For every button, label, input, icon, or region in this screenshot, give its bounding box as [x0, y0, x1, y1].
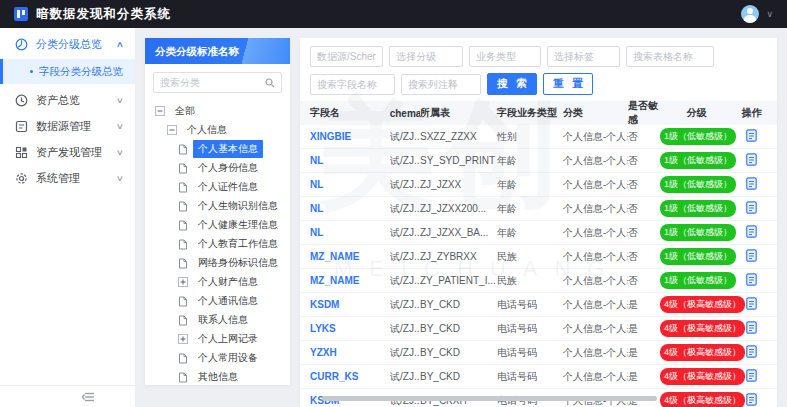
detail-icon[interactable]	[746, 393, 757, 406]
user-menu-chevron-icon[interactable]: ∨	[766, 9, 773, 19]
category-cell: 个人信息-个人基本...	[563, 202, 628, 216]
file-icon[interactable]	[178, 201, 188, 211]
level-badge: 1级（低敏感级）	[660, 272, 736, 289]
tree-node-label: 个人上网记录	[193, 330, 263, 348]
field-name-link[interactable]: NL	[300, 179, 390, 190]
file-icon[interactable]	[178, 144, 188, 154]
file-icon[interactable]	[178, 220, 188, 230]
table-header-row: 字段名Schema所属表字段业务类型分类是否敏感分级操作	[300, 101, 777, 125]
sidebar-item-label: 分类分级总览	[36, 37, 102, 52]
table-row: MZ_NAME试/ZJ...ZJ_ZYBRXX民族个人信息-个人基本...否1级…	[300, 245, 777, 269]
sidebar-item-0[interactable]: 分类分级总览∧	[0, 31, 135, 57]
field-name-link[interactable]: LYKS	[300, 323, 390, 334]
file-icon[interactable]	[178, 353, 188, 363]
level-cell: 1级（低敏感级）	[660, 200, 733, 217]
app-title: 暗数据发现和分类系统	[36, 6, 171, 23]
expand-icon[interactable]	[178, 277, 188, 287]
level-select[interactable]	[389, 46, 463, 67]
detail-icon[interactable]	[746, 345, 757, 358]
file-icon[interactable]	[178, 163, 188, 173]
tree-node-12[interactable]: 个人上网记录	[145, 329, 290, 348]
search-button[interactable]: 搜 索	[487, 73, 537, 95]
tree-node-7[interactable]: 个人教育工作信息	[145, 234, 290, 253]
tree-node-1[interactable]: 个人信息	[145, 120, 290, 139]
sensitive-cell: 否	[628, 226, 660, 240]
file-icon[interactable]	[178, 258, 188, 268]
tree-node-3[interactable]: 个人身份信息	[145, 158, 290, 177]
tree-node-label: 个人通讯信息	[193, 292, 263, 310]
sidebar-item-label: 资产总览	[36, 93, 80, 108]
tree-node-label: 联系人信息	[193, 311, 253, 329]
tree-node-5[interactable]: 个人生物识别信息	[145, 196, 290, 215]
field-name-link[interactable]: NL	[300, 155, 390, 166]
tree-node-10[interactable]: 个人通讯信息	[145, 291, 290, 310]
biz-type-cell: 电话号码	[497, 370, 563, 384]
tree-search-input[interactable]	[160, 77, 265, 88]
file-icon[interactable]	[178, 182, 188, 192]
tree-node-0[interactable]: 全部	[145, 101, 290, 120]
sidebar-subitem-field-overview[interactable]: 字段分类分级总览	[0, 59, 135, 84]
sidebar-item-4[interactable]: 系统管理∨	[0, 165, 135, 191]
detail-icon[interactable]	[746, 249, 757, 262]
field-name-link[interactable]: MZ_NAME	[300, 251, 390, 262]
detail-icon[interactable]	[746, 273, 757, 286]
field-name-link[interactable]: MZ_NAME	[300, 275, 390, 286]
sidebar: 分类分级总览∧字段分类分级总览资产总览∨数据源管理∨资产发现管理∨系统管理∨	[0, 28, 135, 407]
detail-icon[interactable]	[746, 225, 757, 238]
business-type-select[interactable]	[469, 46, 541, 67]
file-icon[interactable]	[178, 239, 188, 249]
field-name-link[interactable]: NL	[300, 227, 390, 238]
topbar: 暗数据发现和分类系统 ∨	[0, 0, 787, 28]
expand-icon[interactable]	[178, 334, 188, 344]
tree-node-2[interactable]: 个人基本信息	[145, 139, 290, 158]
field-name-search-input[interactable]	[310, 74, 395, 95]
sidebar-item-2[interactable]: 数据源管理∨	[0, 113, 135, 139]
file-icon[interactable]	[178, 372, 188, 382]
sidebar-item-3[interactable]: 资产发现管理∨	[0, 139, 135, 165]
biz-type-cell: 电话号码	[497, 322, 563, 336]
table-row: MZ_NAME试/ZJ...ZY_PATIENT_I...民族个人信息-个人基本…	[300, 269, 777, 293]
collapse-icon[interactable]	[155, 106, 165, 116]
horizontal-scrollbar[interactable]	[322, 396, 657, 401]
tree-node-9[interactable]: 个人财产信息	[145, 272, 290, 291]
tree-node-6[interactable]: 个人健康生理信息	[145, 215, 290, 234]
detail-icon[interactable]	[746, 177, 757, 190]
category-cell: 个人信息-个人基本...	[563, 154, 628, 168]
tree-node-8[interactable]: 网络身份标识信息	[145, 253, 290, 272]
operation-cell	[733, 297, 770, 312]
reset-button[interactable]: 重 置	[543, 73, 593, 95]
detail-icon[interactable]	[746, 369, 757, 382]
table-name-search-input[interactable]	[626, 46, 714, 67]
datasource-schema-select[interactable]	[310, 46, 383, 67]
table-cell: ZJ_JZXX	[420, 179, 497, 190]
tag-select[interactable]	[547, 46, 620, 67]
detail-icon[interactable]	[746, 201, 757, 214]
tree-node-11[interactable]: 联系人信息	[145, 310, 290, 329]
field-name-link[interactable]: YZXH	[300, 347, 390, 358]
table-row: YZXH试/ZJ...BY_CKD电话号码个人信息-个人基本...是4级（极高敏…	[300, 341, 777, 365]
collapse-icon[interactable]	[167, 125, 177, 135]
schema-cell: 试/ZJ...	[390, 226, 420, 240]
file-icon[interactable]	[178, 315, 188, 325]
field-name-link[interactable]: KSDM	[300, 299, 390, 310]
sidebar-item-1[interactable]: 资产总览∨	[0, 87, 135, 113]
classification-tree-panel: 分类分级标准名称 全部个人信息个人基本信息个人身份信息个人证件信息个人生物识别信…	[145, 38, 290, 385]
level-cell: 4级（极高敏感级）	[660, 392, 733, 407]
detail-icon[interactable]	[746, 321, 757, 334]
field-name-link[interactable]: NL	[300, 203, 390, 214]
tree-node-14[interactable]: 其他信息	[145, 367, 290, 386]
tree-node-13[interactable]: 个人常用设备	[145, 348, 290, 367]
tree-node-4[interactable]: 个人证件信息	[145, 177, 290, 196]
sidebar-collapse-icon[interactable]	[82, 388, 94, 406]
detail-icon[interactable]	[746, 153, 757, 166]
tree-node-label: 个人健康生理信息	[193, 216, 283, 234]
user-avatar[interactable]	[741, 5, 759, 23]
file-icon[interactable]	[178, 296, 188, 306]
search-icon[interactable]	[265, 74, 275, 92]
detail-icon[interactable]	[746, 129, 757, 142]
field-name-link[interactable]: CURR_KS	[300, 371, 390, 382]
detail-icon[interactable]	[746, 297, 757, 310]
schema-cell: 试/ZJ...	[390, 250, 420, 264]
field-name-link[interactable]: XINGBIE	[300, 131, 390, 142]
column-comment-search-input[interactable]	[401, 74, 481, 95]
